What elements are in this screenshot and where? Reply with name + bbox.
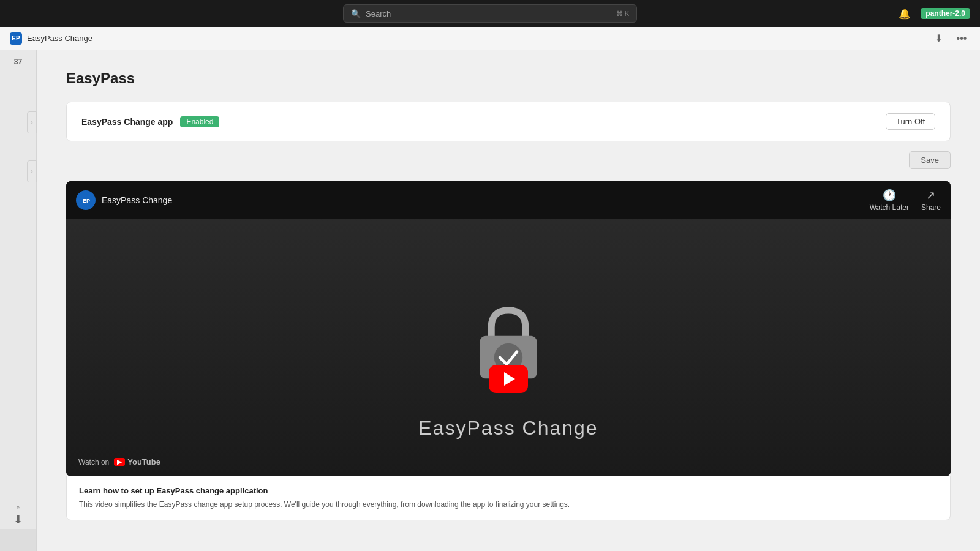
secondbar-title: EasyPass Change bbox=[27, 34, 92, 43]
sidebar-expand-button-2[interactable]: › bbox=[27, 160, 37, 182]
search-bar[interactable]: 🔍 Search ⌘ K bbox=[343, 4, 637, 23]
play-button[interactable] bbox=[489, 365, 528, 393]
channel-name: EasyPass Change bbox=[102, 195, 172, 205]
turn-off-button[interactable]: Turn Off bbox=[886, 113, 935, 130]
search-placeholder: Search bbox=[366, 9, 391, 18]
watch-later-button[interactable]: 🕐 Watch Later bbox=[870, 189, 909, 212]
content-area: EasyPass EasyPass Change app Enabled Tur… bbox=[37, 50, 980, 551]
svg-text:EP: EP bbox=[83, 198, 90, 204]
description-title: Learn how to set up EasyPass change appl… bbox=[79, 486, 938, 495]
sidebar-label: e bbox=[17, 504, 20, 511]
share-icon: ↗ bbox=[926, 189, 935, 202]
sidebar-bottom-bar bbox=[0, 529, 36, 551]
save-button[interactable]: Save bbox=[909, 151, 951, 169]
topbar-right: 🔔 panther-2.0 bbox=[895, 4, 970, 23]
topbar: 🔍 Search ⌘ K 🔔 panther-2.0 bbox=[0, 0, 980, 27]
description-text: This video simplifies the EasyPass chang… bbox=[79, 499, 938, 510]
video-thumbnail[interactable]: EasyPass Change Watch on ▶ YouTube bbox=[66, 219, 951, 476]
secondbar-actions: ⬇ ••• bbox=[930, 30, 970, 47]
youtube-icon: ▶ bbox=[114, 458, 125, 466]
secondbar: EP EasyPass Change ⬇ ••• bbox=[0, 27, 980, 50]
youtube-logo: ▶ YouTube bbox=[114, 457, 160, 467]
more-options-button[interactable]: ••• bbox=[953, 30, 970, 47]
user-badge: panther-2.0 bbox=[921, 8, 970, 19]
watch-on-youtube: Watch on ▶ YouTube bbox=[78, 457, 160, 467]
enabled-badge: Enabled bbox=[180, 116, 219, 127]
search-icon: 🔍 bbox=[351, 9, 361, 18]
video-top-bar: EP EasyPass Change 🕐 Watch Later ↗ Share bbox=[66, 181, 951, 219]
share-label: Share bbox=[921, 203, 941, 212]
video-container: EP EasyPass Change 🕐 Watch Later ↗ Share bbox=[66, 181, 951, 476]
watch-on-label: Watch on bbox=[78, 458, 109, 467]
app-status-card: EasyPass Change app Enabled Turn Off bbox=[66, 102, 951, 141]
sidebar-expand-button-1[interactable]: › bbox=[27, 111, 37, 133]
channel-icon: EP bbox=[76, 190, 96, 210]
app-icon: EP bbox=[10, 32, 22, 45]
video-title-overlay: EasyPass Change bbox=[418, 417, 598, 440]
save-row: Save bbox=[66, 151, 951, 169]
video-description: Learn how to set up EasyPass change appl… bbox=[66, 476, 951, 520]
clock-icon: 🕐 bbox=[883, 189, 896, 202]
watch-later-label: Watch Later bbox=[870, 203, 909, 212]
main-layout: 37 › › e ⬇ EasyPass EasyPass Change app … bbox=[0, 50, 980, 551]
youtube-label: YouTube bbox=[127, 457, 160, 467]
page-title: EasyPass bbox=[66, 70, 951, 87]
app-name-label: EasyPass Change app bbox=[81, 117, 173, 127]
sidebar: 37 › › e ⬇ bbox=[0, 50, 37, 551]
notification-bell-button[interactable]: 🔔 bbox=[895, 4, 914, 23]
share-button[interactable]: ↗ Share bbox=[921, 189, 941, 212]
sidebar-number: 37 bbox=[14, 58, 22, 66]
sidebar-download-icon: ⬇ bbox=[13, 513, 23, 527]
sidebar-bottom-section: e ⬇ bbox=[0, 504, 36, 527]
search-shortcut: ⌘ K bbox=[616, 10, 629, 18]
video-actions: 🕐 Watch Later ↗ Share bbox=[870, 189, 941, 212]
download-button[interactable]: ⬇ bbox=[930, 30, 947, 47]
